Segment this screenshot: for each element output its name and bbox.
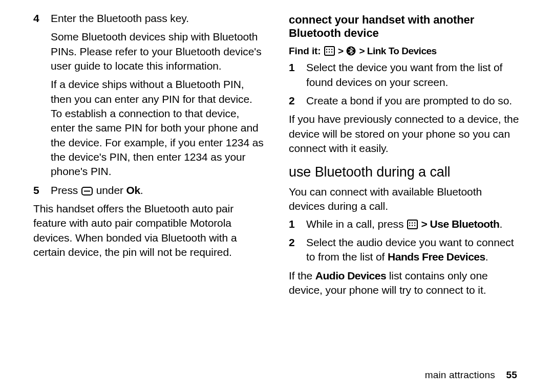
step-4-line1: Enter the Bluetooth pass key. [51, 11, 264, 26]
svg-rect-15 [412, 225, 413, 226]
step-number: 2 [289, 94, 295, 108]
step-5: 5 Press under Ok. [33, 183, 264, 198]
step-number: 1 [289, 60, 295, 75]
right-column: connect your handset with another Blueto… [289, 11, 520, 300]
connect-after-paragraph: If you have previously connected to a de… [289, 112, 520, 156]
menu-key-icon [81, 187, 93, 195]
menu-grid-icon [324, 46, 335, 56]
svg-rect-8 [331, 51, 332, 52]
section-title: main attractions [425, 369, 495, 380]
step-4: 4 Enter the Bluetooth pass key. Some Blu… [33, 11, 264, 179]
step-number: 1 [289, 217, 295, 231]
left-tail-paragraph: This handset offers the Bluetooth auto p… [33, 202, 264, 259]
svg-rect-6 [326, 51, 327, 52]
use-after-paragraph: If the Audio Devices list contains only … [289, 269, 520, 298]
heading-connect: connect your handset with another Blueto… [289, 13, 520, 40]
menu-grid-icon [407, 220, 418, 229]
step-4-para2: If a device ships without a Bluetooth PI… [51, 77, 264, 179]
step-number: 4 [33, 11, 39, 26]
step-number: 2 [289, 235, 295, 250]
svg-rect-4 [329, 49, 330, 50]
connect-step-1: 1 Select the device you want from the li… [289, 60, 520, 90]
heading-use-bt: use Bluetooth during a call [289, 163, 520, 181]
svg-rect-7 [329, 51, 330, 52]
manual-page: 4 Enter the Bluetooth pass key. Some Blu… [0, 0, 553, 311]
svg-rect-5 [331, 49, 332, 50]
page-number: 55 [506, 369, 517, 380]
svg-rect-10 [408, 220, 417, 229]
left-column: 4 Enter the Bluetooth pass key. Some Blu… [33, 11, 264, 300]
svg-rect-14 [409, 225, 410, 226]
use-step-1: 1 While in a call, press > Use Bluetooth… [289, 217, 520, 231]
find-it-path: Find it: > > Link To Devices [289, 45, 520, 58]
svg-rect-12 [412, 222, 413, 223]
step-5-text: Press under Ok. [51, 183, 264, 198]
page-footer: main attractions 55 [425, 369, 517, 381]
use-step-2: 2 Select the audio device you want to co… [289, 235, 520, 265]
connect-step-2: 2 Create a bond if you are prompted to d… [289, 94, 520, 108]
bluetooth-icon [346, 46, 356, 56]
svg-rect-11 [409, 222, 410, 223]
svg-rect-13 [414, 222, 415, 223]
step-number: 5 [33, 183, 39, 198]
use-intro: You can connect with available Bluetooth… [289, 185, 520, 214]
svg-rect-16 [414, 225, 415, 226]
step-4-para1: Some Bluetooth devices ship with Bluetoo… [51, 30, 264, 73]
svg-rect-2 [325, 47, 334, 55]
svg-rect-3 [326, 49, 327, 50]
